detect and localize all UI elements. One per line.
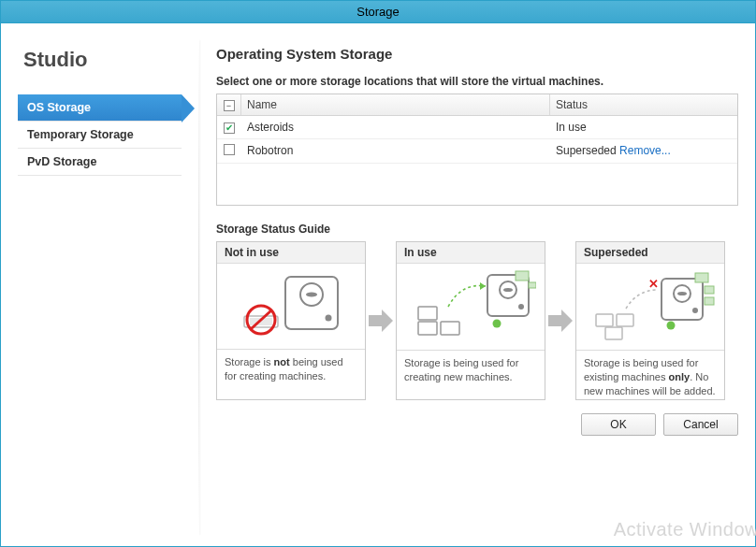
dialog-button-row: OK Cancel: [216, 413, 738, 436]
arrow-icon: [545, 241, 575, 400]
sidebar-item-label: PvD Storage: [27, 155, 96, 168]
table-header: − Name Status: [217, 94, 737, 116]
row-status: Superseded Remove...: [550, 142, 737, 160]
svg-point-10: [503, 288, 513, 292]
sidebar: Studio OS Storage Temporary Storage PvD …: [18, 40, 182, 535]
svg-rect-25: [705, 286, 714, 294]
sidebar-item-label: OS Storage: [27, 101, 91, 114]
svg-point-11: [518, 304, 524, 309]
main-panel: Operating System Storage Select one or m…: [209, 40, 738, 535]
sidebar-item-label: Temporary Storage: [27, 128, 134, 141]
dialog-window: Storage Studio OS Storage Temporary Stor…: [0, 0, 756, 547]
guide-card-illustration: [397, 264, 545, 350]
column-header-checkbox[interactable]: −: [217, 94, 241, 115]
dialog-body: Studio OS Storage Temporary Storage PvD …: [1, 23, 755, 546]
svg-point-21: [677, 292, 687, 295]
row-name: Robotron: [241, 142, 550, 160]
guide-card-illustration: ✕: [576, 264, 724, 350]
in-use-icon: [405, 269, 536, 344]
column-header-status[interactable]: Status: [550, 94, 737, 115]
storage-table: − Name Status ✔ Asteroids In use: [216, 94, 738, 206]
ok-button[interactable]: OK: [581, 413, 656, 436]
row-name: Asteroids: [241, 119, 550, 136]
not-in-use-icon: [235, 271, 347, 342]
svg-rect-26: [705, 297, 714, 305]
row-checkbox-cell: [217, 142, 241, 160]
guide-title: Storage Status Guide: [216, 223, 738, 236]
table-row[interactable]: ✔ Asteroids In use: [217, 116, 737, 139]
status-text: In use: [556, 121, 587, 134]
guide-card-superseded: Superseded: [575, 241, 725, 400]
svg-rect-24: [695, 273, 708, 282]
remove-link[interactable]: Remove...: [619, 144, 671, 157]
svg-rect-15: [418, 307, 437, 320]
row-checkbox-cell: ✔: [217, 119, 241, 136]
guide-card-illustration: [217, 264, 365, 349]
row-checkbox[interactable]: ✔: [224, 122, 235, 134]
svg-rect-0: [285, 277, 338, 329]
select-all-toggle-icon[interactable]: −: [224, 100, 235, 111]
cancel-button[interactable]: Cancel: [663, 413, 738, 436]
superseded-icon: ✕: [585, 269, 716, 344]
sidebar-item-os-storage[interactable]: OS Storage: [18, 94, 182, 122]
svg-point-2: [306, 292, 317, 296]
studio-brand: Studio: [23, 48, 182, 72]
svg-rect-17: [418, 322, 437, 335]
arrow-icon: [366, 241, 396, 400]
svg-point-22: [692, 308, 698, 313]
svg-rect-14: [529, 282, 536, 288]
guide-card-text: Storage is not being used for creating m…: [217, 349, 365, 399]
svg-rect-13: [516, 271, 529, 281]
svg-point-12: [493, 320, 502, 328]
row-checkbox[interactable]: [224, 144, 235, 155]
instruction-text: Select one or more storage locations tha…: [216, 75, 738, 88]
sidebar-item-pvd-storage[interactable]: PvD Storage: [18, 149, 182, 176]
guide-card-in-use: In use: [396, 241, 545, 400]
svg-rect-16: [441, 322, 459, 335]
guide-card-title: Superseded: [576, 242, 724, 264]
svg-text:✕: ✕: [648, 277, 659, 291]
guide-card-title: Not in use: [217, 242, 365, 264]
guide-card-title: In use: [397, 242, 545, 264]
guide-card-not-in-use: Not in use: [216, 241, 366, 400]
svg-point-23: [667, 322, 676, 330]
svg-rect-27: [596, 314, 613, 326]
sidebar-item-temporary-storage[interactable]: Temporary Storage: [18, 122, 182, 149]
status-text: Superseded: [556, 144, 617, 157]
guide-card-text: Storage is being used for existing machi…: [576, 350, 724, 400]
titlebar[interactable]: Storage: [1, 1, 755, 23]
svg-rect-28: [617, 314, 633, 326]
row-status: In use: [550, 119, 737, 136]
table-row[interactable]: Robotron Superseded Remove...: [217, 139, 737, 164]
svg-marker-18: [480, 282, 486, 290]
guide-row: Not in use: [216, 241, 738, 400]
vertical-divider: [198, 40, 199, 535]
page-title: Operating System Storage: [216, 46, 738, 62]
svg-rect-29: [605, 327, 622, 339]
svg-point-3: [326, 314, 332, 321]
guide-card-text: Storage is being used for creating new m…: [397, 350, 545, 400]
column-header-name[interactable]: Name: [241, 94, 550, 115]
